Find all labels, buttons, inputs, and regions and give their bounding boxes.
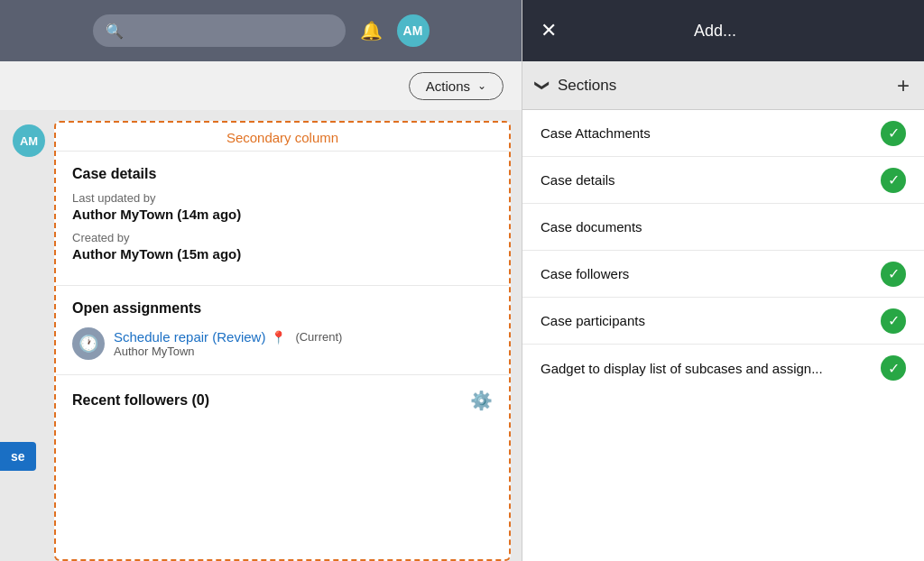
left-panel: 🔍 🔔 AM Actions ⌄ AM Secondary column xyxy=(0,0,522,561)
assignment-author: Author MyTown xyxy=(114,345,342,358)
followers-header: Recent followers (0) ⚙️ xyxy=(72,390,493,411)
section-row-label: Case Attachments xyxy=(541,125,651,141)
assignment-clock-icon: 🕐 xyxy=(72,327,105,360)
close-button[interactable]: ✕ xyxy=(541,21,557,41)
right-header: ✕ Add... xyxy=(522,0,924,61)
followers-title: Recent followers (0) xyxy=(72,392,209,409)
last-updated-label: Last updated by xyxy=(72,191,493,205)
assignment-title[interactable]: Schedule repair (Review) 📍 (Current) xyxy=(114,329,342,345)
pin-icon: 📍 xyxy=(271,330,286,345)
list-item[interactable]: Gadget to display list of subcases and a… xyxy=(522,345,924,391)
check-icon: ✓ xyxy=(881,262,906,287)
avatar-col: AM xyxy=(11,121,47,561)
check-icon: ✓ xyxy=(881,168,906,193)
section-row-label: Case participants xyxy=(541,313,645,328)
list-item[interactable]: Case followers✓ xyxy=(522,251,924,298)
list-item[interactable]: Case details✓ xyxy=(522,157,924,204)
sections-bar-left: ❯ Sections xyxy=(537,77,616,95)
actions-button[interactable]: Actions ⌄ xyxy=(409,72,504,100)
side-button[interactable]: se xyxy=(0,442,36,471)
actions-row: Actions ⌄ xyxy=(0,61,522,110)
list-item[interactable]: Case participants✓ xyxy=(522,298,924,345)
chevron-down-icon: ⌄ xyxy=(477,79,486,92)
assignment-info: Schedule repair (Review) 📍 (Current) Aut… xyxy=(114,329,342,358)
current-badge: (Current) xyxy=(295,330,342,344)
list-item[interactable]: Case documents xyxy=(522,204,924,251)
assignment-row: 🕐 Schedule repair (Review) 📍 (Current) A… xyxy=(72,327,493,360)
avatar: AM xyxy=(397,14,430,47)
collapse-sections-icon[interactable]: ❯ xyxy=(534,79,551,91)
gear-icon[interactable]: ⚙️ xyxy=(470,390,493,411)
bell-icon[interactable]: 🔔 xyxy=(360,20,383,41)
right-panel: ✕ Add... ❯ Sections + Case Attachments✓C… xyxy=(522,0,924,561)
search-icon: 🔍 xyxy=(106,23,124,40)
created-label: Created by xyxy=(72,231,493,244)
secondary-column: Secondary column Case details Last updat… xyxy=(54,121,511,561)
add-section-button[interactable]: + xyxy=(897,75,910,97)
section-row-label: Case details xyxy=(541,172,615,188)
open-assignments-card: Open assignments 🕐 Schedule repair (Revi… xyxy=(56,286,509,375)
section-row-label: Gadget to display list of subcases and a… xyxy=(541,361,823,376)
sections-label: Sections xyxy=(558,77,616,95)
created-value: Author MyTown (15m ago) xyxy=(72,246,493,262)
check-icon: ✓ xyxy=(881,355,906,381)
add-title: Add... xyxy=(694,22,736,41)
secondary-col-header: Secondary column xyxy=(56,123,509,152)
section-row-label: Case documents xyxy=(541,219,642,235)
sections-list: Case Attachments✓Case details✓Case docum… xyxy=(522,110,924,561)
check-icon: ✓ xyxy=(881,308,906,334)
recent-followers-card: Recent followers (0) ⚙️ xyxy=(56,375,509,426)
open-assignments-title: Open assignments xyxy=(72,300,493,317)
search-bar[interactable]: 🔍 xyxy=(93,14,346,47)
check-icon: ✓ xyxy=(881,121,906,146)
content-area: AM Secondary column Case details Last up… xyxy=(0,110,522,561)
section-row-label: Case followers xyxy=(541,266,629,281)
case-details-card: Case details Last updated by Author MyTo… xyxy=(56,152,509,286)
user-avatar: AM xyxy=(13,124,45,157)
last-updated-value: Author MyTown (14m ago) xyxy=(72,207,493,222)
sections-bar: ❯ Sections + xyxy=(522,61,924,110)
case-details-title: Case details xyxy=(72,166,493,182)
list-item[interactable]: Case Attachments✓ xyxy=(522,110,924,157)
top-bar: 🔍 🔔 AM xyxy=(0,0,522,61)
